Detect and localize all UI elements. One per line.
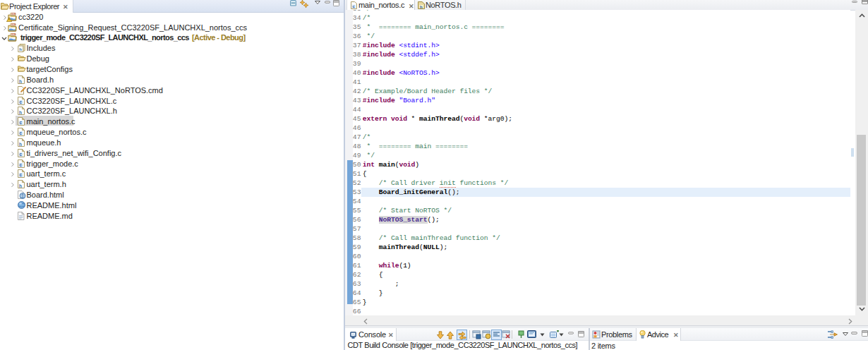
svg-text:c: c (20, 162, 23, 167)
svg-text:h: h (19, 78, 22, 83)
svg-text:h: h (420, 5, 423, 9)
svg-text:CCS: CCS (11, 33, 16, 36)
svg-text:c: c (20, 152, 23, 157)
svg-text:h: h (19, 141, 22, 146)
svg-text:c: c (20, 99, 23, 104)
svg-text:c: c (20, 121, 23, 126)
svg-text:h: h (19, 183, 22, 188)
svg-text:CCS: CCS (11, 23, 16, 26)
svg-text:h: h (19, 110, 22, 115)
svg-text:c: c (20, 173, 23, 178)
svg-text:h: h (19, 48, 22, 52)
svg-text:c: c (20, 131, 23, 135)
svg-text:CCS: CCS (11, 13, 16, 16)
